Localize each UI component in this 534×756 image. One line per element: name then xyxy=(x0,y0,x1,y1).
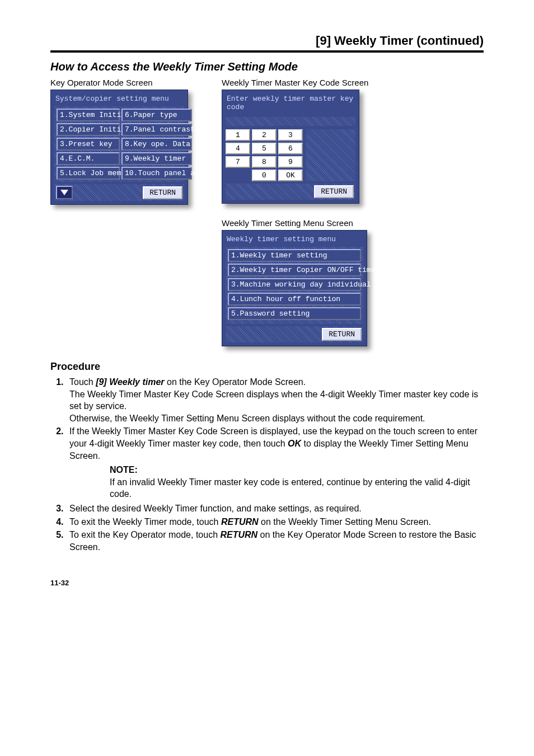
return-button[interactable]: RETURN xyxy=(314,185,354,198)
setting-item-password-setting[interactable]: 5.Password setting xyxy=(228,307,361,320)
key-operator-screen-block: Key Operator Mode Screen System/copier s… xyxy=(50,78,188,346)
procedure-step-1: Touch [9] Weekly timer on the Key Operat… xyxy=(66,376,484,424)
key-operator-console: System/copier setting menu 1.System Init… xyxy=(50,90,188,205)
keypad-4[interactable]: 4 xyxy=(226,143,250,154)
keycode-console: Enter weekly timer master key code 1 2 3… xyxy=(222,90,359,204)
setting-item-lunch-hour-off[interactable]: 4.Lunch hour off function xyxy=(228,293,361,306)
step5-emph: RETURN xyxy=(220,530,257,539)
return-button[interactable]: RETURN xyxy=(143,186,182,199)
keypad-7[interactable]: 7 xyxy=(226,156,250,168)
menu-item-key-ope-data[interactable]: 8.Key ope. Data xyxy=(121,138,192,151)
return-button[interactable]: RETURN xyxy=(322,328,362,341)
keypad-ok[interactable]: OK xyxy=(278,170,303,181)
note-heading: NOTE: xyxy=(110,464,484,476)
step2-emph: OK xyxy=(288,439,301,448)
keycode-screen-block: Weekly Timer Master Key Code Screen Ente… xyxy=(222,78,368,204)
svg-marker-0 xyxy=(60,190,68,195)
keypad-6[interactable]: 6 xyxy=(278,143,303,154)
step4-text-a: To exit the Weekly Timer mode, touch xyxy=(69,517,221,527)
procedure-step-3: Select the desired Weekly Timer function… xyxy=(66,503,484,515)
step4-text-c: on the Weekly Timer Setting Menu Screen. xyxy=(259,517,431,527)
setting-item-working-day-set[interactable]: 3.Machine working day individual set xyxy=(228,278,361,291)
step4-emph: RETURN xyxy=(221,517,259,527)
menu-item-preset-key[interactable]: 3.Preset key xyxy=(57,138,120,151)
step3-text: Select the desired Weekly Timer function… xyxy=(69,504,362,513)
keypad-8[interactable]: 8 xyxy=(252,156,277,168)
page-number: 11-32 xyxy=(50,579,484,587)
setting-menu-screen-block: Weekly Timer Setting Menu Screen Weekly … xyxy=(222,218,368,346)
keypad-9[interactable]: 9 xyxy=(278,156,303,168)
page-down-icon[interactable] xyxy=(56,186,73,199)
section-title: How to Access the Weekly Timer Setting M… xyxy=(50,60,484,73)
page-header-title: [9] Weekly Timer (continued) xyxy=(50,34,484,48)
keypad-0[interactable]: 0 xyxy=(252,170,277,181)
step1-text-c: on the Key Operator Mode Screen. xyxy=(165,377,306,387)
procedure-step-4: To exit the Weekly Timer mode, touch RET… xyxy=(66,516,484,528)
keypad-3[interactable]: 3 xyxy=(278,129,303,141)
procedure-list: Touch [9] Weekly timer on the Key Operat… xyxy=(50,376,484,553)
header-rule xyxy=(50,50,484,53)
menu-item-copier-initial[interactable]: 2.Copier Initial xyxy=(57,123,120,136)
key-operator-screen-label: Key Operator Mode Screen xyxy=(50,78,188,87)
step1-text-a: Touch xyxy=(69,377,96,387)
step1-emph: [9] Weekly timer xyxy=(96,377,164,387)
menu-item-lock-job-memory[interactable]: 5.Lock Job memory xyxy=(57,167,120,180)
note-body: If an invalid Weekly Timer master key co… xyxy=(110,476,484,500)
procedure-heading: Procedure xyxy=(50,361,484,373)
procedure-step-5: To exit the Key Operator mode, touch RET… xyxy=(66,529,484,553)
setting-menu-console: Weekly timer setting menu 1.Weekly timer… xyxy=(222,230,367,346)
menu-item-ecm[interactable]: 4.E.C.M. xyxy=(57,152,120,165)
keycode-console-title: Enter weekly timer master key code xyxy=(226,93,355,115)
step5-text-a: To exit the Key Operator mode, touch xyxy=(69,530,220,539)
keypad-5[interactable]: 5 xyxy=(252,143,277,154)
setting-item-on-off-time-set[interactable]: 2.Weekly timer Copier ON/OFF time set xyxy=(228,264,361,276)
step1-text-e: Otherwise, the Weekly Timer Setting Menu… xyxy=(69,414,425,423)
setting-menu-screen-label: Weekly Timer Setting Menu Screen xyxy=(222,218,368,228)
keycode-entry-field xyxy=(226,117,355,126)
keycode-side-panel xyxy=(306,129,355,181)
setting-menu-console-title: Weekly timer setting menu xyxy=(226,234,363,247)
keypad-2[interactable]: 2 xyxy=(252,129,277,141)
step1-text-d: The Weekly Timer Master Key Code Screen … xyxy=(69,389,478,411)
keycode-screen-label: Weekly Timer Master Key Code Screen xyxy=(222,78,368,87)
keypad-1[interactable]: 1 xyxy=(226,129,250,141)
menu-item-weekly-timer[interactable]: 9.Weekly timer xyxy=(121,152,192,165)
menu-item-system-initial[interactable]: 1.System Initial xyxy=(57,109,120,121)
menu-item-touch-panel-adj[interactable]: 10.Touch panel adj xyxy=(121,167,192,180)
menu-item-panel-contrast[interactable]: 7.Panel contrast xyxy=(121,123,192,136)
setting-item-weekly-timer-setting[interactable]: 1.Weekly timer setting xyxy=(228,249,361,262)
key-operator-console-title: System/copier setting menu xyxy=(54,93,184,106)
procedure-step-2: If the Weekly Timer Master Key Code Scre… xyxy=(66,425,484,500)
menu-item-paper-type[interactable]: 6.Paper type xyxy=(121,109,192,121)
